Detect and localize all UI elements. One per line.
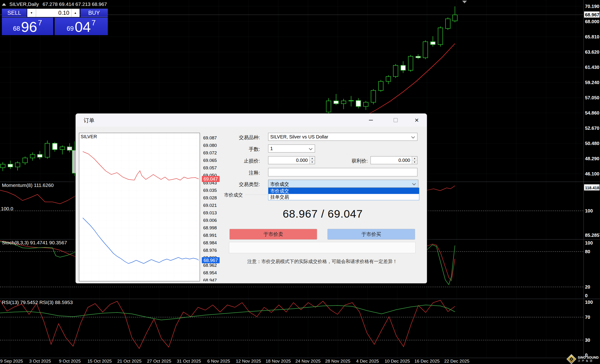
svg-text:6 Nov 2025: 6 Nov 2025	[207, 359, 230, 364]
buy-button[interactable]: BUY	[80, 9, 108, 17]
svg-text:Stoch(8,3,3) 91.4741 90.3567: Stoch(8,3,3) 91.4741 90.3567	[2, 240, 67, 245]
bid-price-badge: 68.967	[202, 257, 220, 263]
svg-text:9 Oct 2025: 9 Oct 2025	[59, 359, 81, 364]
candle	[438, 28, 443, 45]
buy-price-base: 69	[67, 25, 74, 32]
tick-price-label: 69.028	[203, 195, 217, 200]
candle	[416, 56, 421, 58]
take-profit-value: 0.000	[398, 158, 410, 163]
take-profit-input[interactable]: 0.000 ▲▼	[371, 156, 417, 164]
tick-price-label: 69.035	[203, 188, 217, 193]
tick-price-label: 68.954	[203, 270, 217, 275]
rsi-lines	[0, 300, 455, 348]
spin-down-icon[interactable]: ▼	[309, 160, 315, 164]
chevron-down-icon	[309, 147, 313, 150]
sell-at-market-button[interactable]: 于市价卖	[229, 229, 317, 240]
tick-chart: SILVER	[79, 133, 200, 281]
logo-line2: 汉声集团	[578, 359, 599, 362]
svg-text:3 Oct 2025: 3 Oct 2025	[29, 359, 51, 364]
tick-chart-symbol: SILVER	[81, 134, 97, 139]
tick-price-label: 68.976	[203, 248, 217, 253]
tick-price-label: 68.947	[203, 278, 217, 281]
volume-dropdown-icon[interactable]: ▼	[28, 9, 36, 17]
tick-price-label: 68.991	[203, 233, 217, 238]
lots-combo-value: 1	[270, 146, 273, 151]
take-profit-spinner[interactable]: ▲▼	[412, 156, 417, 164]
sell-price-pips: 96	[21, 20, 37, 34]
candle	[378, 81, 383, 91]
order-dialog: 订单 × SILVER 69.08769.08069.07269.06569.0…	[75, 113, 427, 283]
svg-text:57.050: 57.050	[585, 95, 599, 100]
buy-at-market-button[interactable]: 于市价买	[328, 229, 415, 240]
diamond-logo-icon	[566, 354, 576, 364]
tp-label: 获利价:	[333, 158, 368, 164]
svg-text:46.100: 46.100	[585, 171, 599, 176]
chevron-down-icon	[411, 135, 415, 139]
candle	[364, 102, 368, 107]
svg-text:4 Dec 2025: 4 Dec 2025	[356, 359, 379, 364]
dropdown-item-market[interactable]: 市价成交	[268, 188, 419, 194]
dialog-title: 订单	[84, 117, 94, 124]
stop-loss-value: 0.000	[296, 158, 308, 163]
chevron-down-icon	[412, 182, 416, 185]
volume-stepper[interactable]: ▼ 0.10 ▲	[27, 9, 80, 17]
tick-price-label: 68.998	[203, 225, 217, 230]
candle	[393, 65, 398, 77]
indicator-labels: Momentum(8) 111.6260100.0Stoch(8,3,3) 91…	[1, 182, 73, 305]
volume-value[interactable]: 0.10	[36, 9, 71, 17]
comment-input[interactable]	[268, 168, 417, 176]
candle	[30, 154, 35, 158]
logo-line1: SiNO SOUND	[578, 356, 599, 359]
buy-price[interactable]: 69 04 7	[55, 18, 108, 35]
svg-text:100: 100	[585, 208, 593, 213]
svg-text:118.4183: 118.4183	[585, 186, 600, 190]
svg-text:20: 20	[585, 284, 590, 290]
candle	[371, 91, 376, 102]
volume-up-icon[interactable]: ▲	[71, 9, 79, 17]
minimize-button[interactable]	[364, 114, 378, 127]
svg-text:15 Oct 2025: 15 Oct 2025	[87, 359, 112, 364]
chart-shift-marker[interactable]	[462, 1, 467, 3]
svg-text:70.190: 70.190	[585, 4, 599, 9]
sell-price[interactable]: 68 96 7	[2, 18, 53, 35]
sell-price-point: 7	[38, 18, 42, 27]
dialog-note: 注意：市价交易模式下的实际成交价格，可能会和请求价格有一定差异！	[224, 258, 420, 265]
svg-text:70: 70	[585, 315, 590, 320]
svg-text:100: 100	[585, 240, 593, 246]
candle	[38, 154, 42, 157]
close-icon: ×	[415, 117, 419, 124]
svg-text:22 Dec 2025: 22 Dec 2025	[444, 359, 469, 364]
spin-down-icon[interactable]: ▼	[412, 160, 417, 164]
svg-text:61.430: 61.430	[585, 65, 599, 70]
candle	[431, 42, 435, 45]
stop-loss-input[interactable]: 0.000 ▲▼	[268, 156, 315, 164]
svg-text:59.240: 59.240	[585, 80, 599, 85]
svg-text:RSI(13) 79.5452 RSI(3) 88.595: RSI(13) 79.5452 RSI(3) 88.5953	[2, 300, 73, 305]
bid-line	[83, 218, 199, 264]
order-type-value: 市价成交	[270, 181, 289, 187]
maximize-button[interactable]	[388, 114, 403, 127]
lots-combo[interactable]: 1	[268, 145, 315, 153]
spin-up-icon[interactable]: ▲	[412, 156, 417, 160]
order-type-dropdown: 市价成交 挂单交易	[268, 188, 419, 200]
sl-label: 止损价:	[225, 158, 260, 164]
chart-symbol-period: SILVER,Daily	[9, 1, 39, 7]
svg-text:29 Sep 2025: 29 Sep 2025	[0, 359, 23, 364]
dropdown-item-pending[interactable]: 挂单交易	[268, 194, 419, 200]
sell-button[interactable]: SELL	[2, 9, 27, 17]
comment-label: 注释:	[225, 170, 260, 176]
svg-text:85.2857: 85.2857	[585, 233, 600, 238]
tick-price-label: 69.021	[203, 203, 217, 208]
dialog-titlebar[interactable]: 订单 ×	[76, 114, 427, 127]
order-type-combo[interactable]: 市价成交	[268, 180, 418, 188]
close-button[interactable]: ×	[409, 114, 424, 127]
tick-price-label: 69.006	[203, 218, 217, 223]
symbol-combo[interactable]: SILVER, Silver vs US Dollar	[268, 133, 417, 141]
tick-chart-price-scale: 69.08769.08069.07269.06569.05769.05069.0…	[202, 133, 223, 281]
symbol-combo-value: SILVER, Silver vs US Dollar	[270, 134, 328, 140]
stop-loss-spinner[interactable]: ▲▼	[309, 156, 315, 164]
candle	[386, 77, 391, 82]
svg-text:12 Nov 2025: 12 Nov 2025	[236, 359, 261, 364]
candle	[401, 65, 405, 70]
spin-up-icon[interactable]: ▲	[309, 156, 315, 160]
